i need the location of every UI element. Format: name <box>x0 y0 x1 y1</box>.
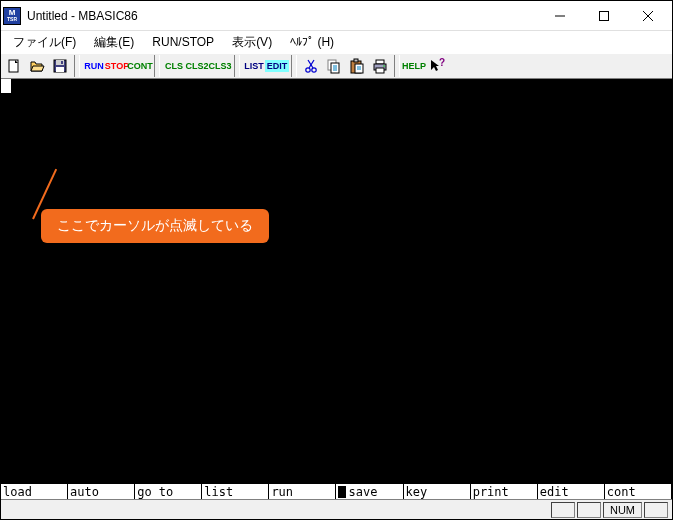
fkey-f8[interactable]: print <box>471 484 538 499</box>
cls2-button[interactable]: CLS2 <box>186 55 208 77</box>
window-controls <box>538 2 670 30</box>
fkey-f6[interactable]: save <box>336 484 403 499</box>
cont-label: CONT <box>126 61 154 71</box>
svg-rect-7 <box>56 67 64 72</box>
titlebar: M TSR Untitled - MBASIC86 <box>1 1 672 31</box>
new-file-icon <box>6 58 22 74</box>
toolbar-separator <box>74 55 80 77</box>
app-window: M TSR Untitled - MBASIC86 ファイル(F) 編集(E) … <box>0 0 673 520</box>
fkey-label: run <box>271 485 293 499</box>
fkey-f2[interactable]: auto <box>68 484 135 499</box>
close-button[interactable] <box>626 2 670 30</box>
cont-button[interactable]: CONT <box>129 55 151 77</box>
toolbar-separator <box>154 55 160 77</box>
svg-rect-23 <box>376 60 384 64</box>
new-button[interactable] <box>3 55 25 77</box>
menu-runstop[interactable]: RUN/STOP <box>144 33 222 51</box>
help-label: HELP <box>402 61 426 71</box>
function-key-bar: load auto go to list run save key print … <box>1 483 672 499</box>
copy-button[interactable] <box>323 55 345 77</box>
cut-button[interactable] <box>300 55 322 77</box>
fkey-f4[interactable]: list <box>202 484 269 499</box>
fkey-divider-mark <box>338 486 346 498</box>
paste-button[interactable] <box>346 55 368 77</box>
run-button[interactable]: RUN <box>83 55 105 77</box>
svg-point-9 <box>306 68 310 72</box>
minimize-button[interactable] <box>538 2 582 30</box>
edit-button[interactable]: EDIT <box>266 55 288 77</box>
menu-view[interactable]: 表示(V) <box>224 32 280 53</box>
app-icon: M TSR <box>3 7 21 25</box>
copy-icon <box>326 58 342 74</box>
svg-line-12 <box>308 60 313 68</box>
fkey-label: save <box>348 485 377 499</box>
statusbar: NUM <box>1 499 672 519</box>
toolbar-separator <box>394 55 400 77</box>
cut-scissors-icon <box>303 58 319 74</box>
callout-text: ここでカーソルが点滅している <box>41 209 269 243</box>
status-scroll <box>644 502 668 518</box>
minimize-icon <box>555 11 565 21</box>
paste-clipboard-icon <box>349 58 365 74</box>
svg-text:?: ? <box>439 58 445 68</box>
fkey-label: auto <box>70 485 99 499</box>
edit-label: EDIT <box>265 60 290 72</box>
svg-rect-1 <box>600 11 609 20</box>
close-icon <box>643 11 653 21</box>
svg-rect-8 <box>61 61 63 64</box>
svg-point-26 <box>383 65 385 67</box>
fkey-label: go to <box>137 485 173 499</box>
svg-point-10 <box>312 68 316 72</box>
printer-icon <box>372 58 388 74</box>
help-button[interactable]: HELP <box>403 55 425 77</box>
fkey-f7[interactable]: key <box>404 484 471 499</box>
whatsthis-button[interactable]: ? <box>426 55 448 77</box>
fkey-f9[interactable]: edit <box>538 484 605 499</box>
fkey-label: edit <box>540 485 569 499</box>
cls3-button[interactable]: CLS3 <box>209 55 231 77</box>
svg-rect-25 <box>376 68 384 73</box>
print-button[interactable] <box>369 55 391 77</box>
stop-button[interactable]: STOP <box>106 55 128 77</box>
menu-file[interactable]: ファイル(F) <box>5 32 84 53</box>
status-num: NUM <box>603 502 642 518</box>
fkey-label: print <box>473 485 509 499</box>
toolbar-separator <box>291 55 297 77</box>
toolbar: RUN STOP CONT CLS CLS2 CLS3 LIST EDIT HE… <box>1 53 672 79</box>
status-kana <box>577 502 601 518</box>
help-cursor-icon: ? <box>429 58 445 74</box>
save-disk-icon <box>52 58 68 74</box>
list-label: LIST <box>244 61 264 71</box>
text-cursor <box>1 79 11 93</box>
fkey-f5[interactable]: run <box>269 484 336 499</box>
fkey-f1[interactable]: load <box>1 484 68 499</box>
fkey-f10[interactable]: cont <box>605 484 672 499</box>
status-caps <box>551 502 575 518</box>
list-button[interactable]: LIST <box>243 55 265 77</box>
menu-edit[interactable]: 編集(E) <box>86 32 142 53</box>
maximize-icon <box>599 11 609 21</box>
save-button[interactable] <box>49 55 71 77</box>
open-button[interactable] <box>26 55 48 77</box>
svg-line-11 <box>309 60 314 68</box>
cls-button[interactable]: CLS <box>163 55 185 77</box>
fkey-f3[interactable]: go to <box>135 484 202 499</box>
annotation-callout: ここでカーソルが点滅している <box>41 209 269 243</box>
window-title: Untitled - MBASIC86 <box>27 9 538 23</box>
toolbar-separator <box>234 55 240 77</box>
run-label: RUN <box>83 61 105 71</box>
menubar: ファイル(F) 編集(E) RUN/STOP 表示(V) ﾍﾙﾌﾟ (H) <box>1 31 672 53</box>
open-folder-icon <box>29 58 45 74</box>
editor-area[interactable]: ここでカーソルが点滅している <box>1 79 672 483</box>
svg-rect-19 <box>354 59 358 62</box>
fkey-label: cont <box>607 485 636 499</box>
fkey-label: key <box>406 485 428 499</box>
maximize-button[interactable] <box>582 2 626 30</box>
cls-label: CLS <box>165 61 183 71</box>
fkey-label: load <box>3 485 32 499</box>
cls2-label: CLS2 <box>186 61 209 71</box>
cls3-label: CLS3 <box>209 61 232 71</box>
menu-help[interactable]: ﾍﾙﾌﾟ (H) <box>282 33 342 51</box>
fkey-label: list <box>204 485 233 499</box>
